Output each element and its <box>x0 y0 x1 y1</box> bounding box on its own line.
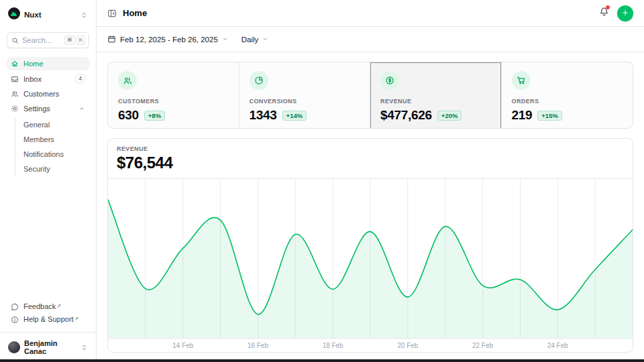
chat-bubble-icon <box>11 303 19 311</box>
chevron-down-icon <box>222 36 228 42</box>
sidebar-subnav-settings: GeneralMembersNotificationsSecurity <box>15 118 89 176</box>
page-header: Home <box>97 0 644 27</box>
filters-toolbar: Feb 12, 2025 - Feb 26, 2025 Daily <box>97 27 644 52</box>
sidebar-item-label: Home <box>23 60 43 68</box>
search-shortcut: ⌘ K <box>64 36 85 45</box>
stat-value: 630 <box>118 108 139 123</box>
stat-label: ORDERS <box>512 98 623 105</box>
chevrons-up-down-icon <box>80 344 88 351</box>
add-button[interactable] <box>617 5 633 21</box>
notification-dot <box>606 5 610 9</box>
date-range-value: Feb 12, 2025 - Feb 26, 2025 <box>120 36 218 44</box>
stat-label: CUSTOMERS <box>118 98 229 105</box>
users-icon-circle <box>118 71 137 90</box>
stats-row: CUSTOMERS630+8%CONVERSIONS1343+14%REVENU… <box>107 62 633 129</box>
sidebar-item-customers[interactable]: Customers <box>7 87 89 101</box>
notifications-button[interactable] <box>599 7 609 19</box>
sidebar-item-label: Feedback↗ <box>23 302 61 310</box>
x-axis-tick-label: 14 Feb <box>172 342 193 349</box>
stat-delta-badge: +20% <box>437 111 462 121</box>
stat-label: CONVERSIONS <box>250 98 360 105</box>
search-input[interactable]: Search... ⌘ K <box>7 32 89 48</box>
sidebar-footer: Feedback↗Help & Support↗ Benjamin Canac <box>7 300 89 357</box>
sidebar-item-label: Help & Support↗ <box>23 315 78 323</box>
nuxt-logo-icon <box>8 7 20 19</box>
sidebar-item-inbox[interactable]: Inbox4 <box>7 72 89 86</box>
page-title: Home <box>123 8 147 18</box>
interval-select[interactable]: Daily <box>241 36 269 44</box>
stat-value: 1343 <box>250 108 277 123</box>
inbox-icon <box>11 75 19 83</box>
revenue-chart-card: REVENUE $76,544 14 Feb16 Feb18 Feb20 Feb… <box>107 138 633 353</box>
search-icon <box>11 37 19 44</box>
info-icon <box>11 316 19 324</box>
pie-chart-icon <box>254 76 264 85</box>
user-name: Benjamin Canac <box>24 339 76 355</box>
calendar-icon <box>107 35 116 44</box>
plus-icon <box>621 7 629 19</box>
stat-card-revenue[interactable]: REVENUE$477,626+20% <box>370 62 502 129</box>
search-icon <box>11 37 19 44</box>
kbd-cmd: ⌘ <box>64 36 75 45</box>
chevron-down-icon <box>262 36 268 42</box>
stat-card-orders[interactable]: ORDERS219+15% <box>502 62 633 129</box>
x-axis-tick-label: 22 Feb <box>472 342 493 349</box>
avatar <box>8 341 20 353</box>
chevron-up-icon <box>78 105 85 112</box>
stat-card-customers[interactable]: CUSTOMERS630+8% <box>108 62 239 129</box>
gear-icon <box>11 105 19 113</box>
sidebar-item-label: Settings <box>23 105 50 113</box>
stat-label: REVENUE <box>380 98 491 105</box>
sidebar-item-members[interactable]: Members <box>21 133 89 146</box>
sidebar-item-label: Inbox <box>23 75 42 83</box>
stat-delta-badge: +15% <box>537 111 562 121</box>
x-axis-tick-label: 20 Feb <box>397 342 418 349</box>
date-range-picker[interactable]: Feb 12, 2025 - Feb 26, 2025 <box>107 35 228 44</box>
inbox-count-badge: 4 <box>75 74 85 83</box>
sidebar-collapse-button[interactable] <box>107 9 117 18</box>
stat-card-conversions[interactable]: CONVERSIONS1343+14% <box>239 62 371 129</box>
cart-icon-circle <box>512 71 531 90</box>
app-root: Nuxt Search... ⌘ K HomeInbox4CustomersSe… <box>0 0 644 362</box>
sidebar-item-notifications[interactable]: Notifications <box>21 147 89 161</box>
dollar-circle-icon-circle <box>380 71 399 90</box>
panel-collapse-icon <box>107 9 117 18</box>
stat-value: $477,626 <box>380 108 432 123</box>
chevrons-up-down-icon <box>80 344 88 351</box>
user-menu[interactable]: Benjamin Canac <box>7 338 89 357</box>
team-switcher[interactable]: Nuxt <box>7 6 89 23</box>
users-icon <box>11 90 19 98</box>
chart-plot-area[interactable]: 14 Feb16 Feb18 Feb20 Feb22 Feb24 Feb <box>108 178 633 352</box>
chevron-down-icon <box>262 36 268 42</box>
chevrons-up-down-icon <box>80 11 88 19</box>
interval-value: Daily <box>241 36 259 44</box>
dollar-circle-icon <box>385 76 394 85</box>
x-axis-tick-label: 24 Feb <box>547 342 568 349</box>
chevron-up-icon <box>78 105 85 112</box>
chart-header: REVENUE $76,544 <box>108 139 633 178</box>
external-link-icon: ↗ <box>74 316 79 322</box>
kbd-k: K <box>76 36 85 45</box>
revenue-area-chart: 14 Feb16 Feb18 Feb20 Feb22 Feb24 Feb <box>108 179 633 352</box>
sidebar-item-security[interactable]: Security <box>21 162 89 176</box>
sidebar-item-general[interactable]: General <box>21 118 89 131</box>
sidebar-divider <box>0 332 96 333</box>
sidebar: Nuxt Search... ⌘ K HomeInbox4CustomersSe… <box>0 0 97 362</box>
sidebar-nav: HomeInbox4CustomersSettingsGeneralMember… <box>7 57 89 300</box>
sidebar-item-settings[interactable]: Settings <box>7 102 89 115</box>
sidebar-item-help-support[interactable]: Help & Support↗ <box>7 313 89 326</box>
external-link-icon: ↗ <box>56 303 61 309</box>
stat-delta-badge: +8% <box>144 111 165 121</box>
x-axis-tick-label: 18 Feb <box>323 342 343 349</box>
cart-icon <box>517 76 526 85</box>
users-icon <box>123 76 132 85</box>
bottom-edge-bar <box>0 359 644 362</box>
sidebar-item-home[interactable]: Home <box>7 57 89 70</box>
chevron-down-icon <box>222 36 228 42</box>
chart-label: REVENUE <box>117 145 624 152</box>
chevrons-up-down-icon <box>80 11 88 19</box>
team-name: Nuxt <box>24 11 42 19</box>
stat-delta-badge: +14% <box>282 111 307 121</box>
home-icon <box>11 60 19 68</box>
sidebar-item-feedback[interactable]: Feedback↗ <box>7 300 89 313</box>
